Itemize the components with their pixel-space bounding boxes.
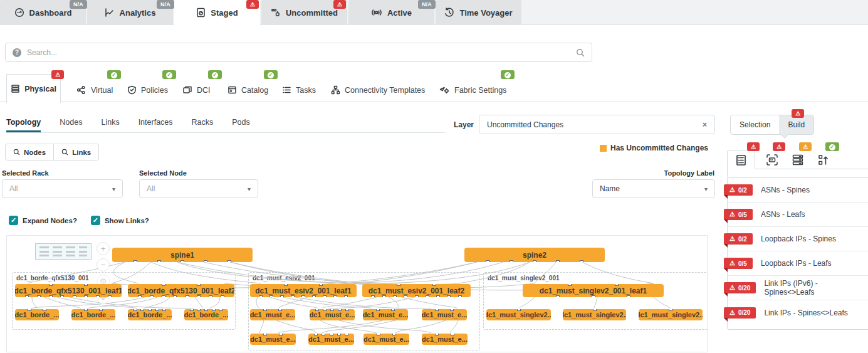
- select-value: All: [147, 184, 155, 193]
- tab-active[interactable]: Active N/A: [348, 0, 434, 25]
- error-badge: ⚠: [773, 142, 785, 151]
- search-input[interactable]: ? Search...: [5, 43, 592, 62]
- topology-label-select[interactable]: Name ▾: [592, 179, 715, 198]
- port-square: [84, 309, 88, 311]
- port-square: [377, 334, 380, 335]
- error-count-ribbon: ⚠0/5: [724, 209, 753, 220]
- tab-connectivity-templates[interactable]: Connectivity Templates: [331, 85, 425, 95]
- port-square: [345, 334, 348, 335]
- generic-node[interactable]: dc1_must_e...: [250, 309, 295, 320]
- generic-node[interactable]: dc1_borde_...: [71, 309, 115, 320]
- tab-catalog[interactable]: Catalog: [227, 85, 268, 95]
- port-square: [73, 295, 76, 297]
- build-fabric-tab[interactable]: [760, 150, 785, 169]
- nodes-search-button[interactable]: Nodes: [5, 144, 54, 161]
- subtab-topology[interactable]: Topology: [6, 118, 41, 132]
- leaf-node[interactable]: dc1_borde_qfx5130_001_leaf1: [15, 284, 122, 297]
- subtab-pods[interactable]: Pods: [232, 118, 250, 132]
- selected-node-label: Selected Node: [139, 169, 187, 177]
- build-item-label: Loopback IPs - Spines: [761, 234, 836, 243]
- subtab-nodes[interactable]: Nodes: [60, 118, 82, 132]
- generic-node[interactable]: dc1_must_e...: [422, 334, 468, 345]
- build-errors-tab[interactable]: [727, 150, 755, 169]
- port-square: [593, 309, 597, 311]
- subtab-interfaces[interactable]: Interfaces: [139, 118, 173, 132]
- spine-node[interactable]: spine1: [112, 248, 253, 262]
- subtab-links[interactable]: Links: [101, 118, 119, 132]
- port-square: [330, 309, 334, 311]
- zoom-out-button[interactable]: −: [97, 258, 110, 271]
- tab-selection[interactable]: Selection: [731, 115, 779, 134]
- generic-node[interactable]: dc1_must_singlev2...: [486, 309, 551, 320]
- expand-nodes-checkbox[interactable]: ✓ Expand Nodes?: [9, 216, 77, 225]
- error-badge: ⚠: [747, 142, 760, 151]
- show-links-checkbox[interactable]: ✓ Show Links?: [91, 216, 149, 225]
- clear-icon[interactable]: ×: [703, 120, 707, 129]
- tab-time-voyager[interactable]: Time Voyager: [436, 0, 521, 25]
- selected-node-select[interactable]: All ▾: [139, 179, 258, 198]
- squares-up-arrow-icon: [817, 154, 830, 166]
- tab-dashboard[interactable]: Dashboard N/A: [0, 0, 86, 25]
- select-value: Name: [600, 184, 620, 193]
- tab-analytics[interactable]: Analytics N/A: [87, 0, 173, 25]
- port-square: [669, 309, 672, 311]
- leaf-node[interactable]: dc1_must_esiv2_001_leaf2: [362, 284, 471, 297]
- build-assignments-tab[interactable]: [811, 150, 836, 169]
- tab-tasks[interactable]: Tasks: [282, 85, 316, 95]
- build-item-list: ⚠0/2 ASNs - Spines ⚠0/5 ASNs - Leafs ⚠0/…: [727, 177, 868, 330]
- build-item-asns-spines[interactable]: ⚠0/2 ASNs - Spines: [728, 178, 868, 203]
- generic-node[interactable]: dc1_must_e...: [310, 309, 355, 320]
- spine-node[interactable]: spine2: [464, 248, 605, 262]
- zoom-in-button[interactable]: +: [97, 242, 110, 255]
- tab-label: Dashboard: [29, 8, 72, 18]
- port-square: [162, 309, 166, 311]
- error-badge: ⚠: [51, 70, 64, 79]
- leaf-node[interactable]: dc1_borde_qfx5130_001_leaf2: [128, 284, 234, 297]
- build-item-link-ips[interactable]: ⚠0/20 Link IPs - Spines<>Leafs: [728, 300, 868, 325]
- toggle-label: Show Links?: [105, 217, 149, 224]
- tab-virtual[interactable]: Virtual: [76, 85, 113, 95]
- build-item-loopback-leafs[interactable]: ⚠0/5 Loopback IPs - Leafs: [728, 251, 868, 276]
- port-square: [269, 295, 273, 297]
- generic-node[interactable]: dc1_must_e...: [363, 309, 408, 320]
- tab-staged[interactable]: Staged ⚠: [174, 0, 260, 25]
- policies-shield-icon: [127, 85, 137, 95]
- tab-fabric-settings[interactable]: Fabric Settings: [439, 85, 506, 95]
- selected-rack-select[interactable]: All ▾: [2, 179, 123, 198]
- search-icon: [13, 149, 20, 155]
- topology-canvas[interactable]: dc1_borde_qfx5130_001 dc1_must_esiv2_001…: [6, 235, 708, 352]
- port-square: [138, 295, 142, 297]
- error-badge: ⚠: [792, 109, 804, 118]
- generic-node[interactable]: dc1_must_singlev2...: [639, 309, 703, 320]
- generic-node[interactable]: dc1_must_e...: [308, 334, 354, 345]
- port-square: [221, 295, 224, 297]
- port-square: [391, 309, 395, 311]
- port-square: [432, 284, 436, 286]
- generic-node[interactable]: dc1_borde_...: [15, 309, 59, 320]
- layer-select[interactable]: Uncommitted Changes ×: [479, 115, 715, 134]
- generic-node[interactable]: dc1_borde_...: [184, 309, 228, 320]
- port-square: [197, 295, 201, 297]
- leaf-node[interactable]: dc1_must_esiv2_001_leaf1: [250, 284, 357, 297]
- hierarchy-icon: [331, 85, 340, 95]
- tab-policies[interactable]: Policies: [127, 85, 168, 95]
- build-item-asns-leafs[interactable]: ⚠0/5 ASNs - Leafs: [728, 203, 868, 227]
- generic-node[interactable]: dc1_must_e...: [363, 334, 409, 345]
- generic-node[interactable]: dc1_borde_...: [128, 309, 172, 320]
- build-racks-tab[interactable]: [785, 150, 810, 169]
- ok-badge: ✓: [107, 70, 121, 79]
- ok-badge: ✓: [208, 70, 222, 79]
- tab-dci[interactable]: DCI: [182, 85, 211, 95]
- links-search-button[interactable]: Links: [54, 144, 99, 161]
- minimap[interactable]: [35, 243, 92, 260]
- generic-node[interactable]: dc1_must_singlev2...: [563, 309, 626, 320]
- build-item-loopback-spines[interactable]: ⚠0/2 Loopback IPs - Spines: [728, 227, 868, 251]
- generic-node[interactable]: dc1_must_e...: [250, 334, 296, 345]
- generic-node[interactable]: dc1_must_e...: [422, 309, 467, 320]
- leaf-node[interactable]: dc1_must_singlev2_001_leaf1: [523, 284, 664, 297]
- subtab-racks[interactable]: Racks: [192, 118, 214, 132]
- port-square: [278, 309, 282, 311]
- build-item-link-ips-v6[interactable]: ⚠0/20 Link IPs (IPv6) - Spines<>Leafs: [728, 276, 868, 300]
- tab-uncommitted[interactable]: Uncommitted ⚠: [261, 0, 347, 25]
- uncommitted-icon: [271, 8, 281, 18]
